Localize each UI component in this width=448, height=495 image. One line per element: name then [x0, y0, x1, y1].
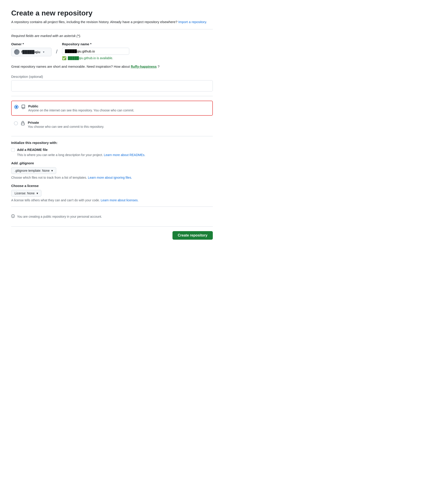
- repo-name-group: Repository name * ✅ █████qiu.github.io i…: [62, 42, 129, 60]
- visibility-private-option[interactable]: Private You choose who can see and commi…: [11, 117, 213, 132]
- repo-label: Repository name *: [62, 42, 129, 46]
- visibility-public-option[interactable]: Public Anyone on the internet can see th…: [11, 101, 213, 116]
- gitignore-dropdown[interactable]: .gitignore template: None ▾: [11, 167, 56, 174]
- readme-option: Add a README file: [11, 148, 213, 152]
- description-section: Description (optional): [11, 75, 213, 92]
- license-dropdown-label: License: None: [14, 192, 35, 195]
- suggestion-link[interactable]: fluffy-happiness: [131, 65, 157, 68]
- subtitle-text: A repository contains all project files,…: [11, 19, 213, 25]
- readme-checkbox[interactable]: [11, 148, 15, 152]
- availability-message: ✅ █████qiu.github.io is available.: [62, 56, 129, 60]
- info-icon: [11, 214, 15, 219]
- inspiration-text: Great repository names are short and mem…: [11, 64, 213, 69]
- readme-content: Add a README file: [17, 148, 48, 151]
- private-title: Private: [28, 121, 210, 124]
- license-learn-link[interactable]: Learn more about licenses.: [101, 198, 139, 202]
- gitignore-learn-link[interactable]: Learn more about ignoring files.: [88, 176, 132, 179]
- description-input[interactable]: [11, 80, 213, 92]
- owner-name: f█████iqiu: [21, 50, 40, 54]
- private-content: Private You choose who can see and commi…: [28, 121, 210, 128]
- lock-icon: [21, 121, 25, 127]
- license-section: Choose a license License: None ▾ A licen…: [11, 184, 213, 202]
- gitignore-hint: Choose which files not to track from a l…: [11, 176, 213, 179]
- radio-private[interactable]: [14, 121, 18, 125]
- slash-separator: /: [56, 48, 58, 55]
- create-repository-button[interactable]: Create repository: [172, 231, 213, 240]
- repo-name-input[interactable]: [62, 48, 129, 55]
- owner-repo-row: Owner * f█████iqiu ▾ / Repository name *…: [11, 42, 213, 60]
- divider-info: [11, 206, 213, 207]
- license-title: Choose a license: [11, 184, 213, 188]
- license-hint: A license tells others what they can and…: [11, 198, 213, 202]
- footer-section: Create repository: [11, 231, 213, 240]
- divider-visibility: [11, 96, 213, 96]
- divider-top: [11, 29, 213, 29]
- avatar-img: [14, 49, 19, 55]
- description-optional: (optional): [29, 75, 43, 79]
- import-link[interactable]: Import a repository.: [178, 20, 207, 24]
- radio-public[interactable]: [14, 105, 18, 109]
- repo-icon: [21, 105, 26, 110]
- visibility-section: Public Anyone on the internet can see th…: [11, 101, 213, 132]
- info-banner-text: You are creating a public repository in …: [17, 215, 102, 218]
- license-chevron-icon: ▾: [37, 192, 38, 195]
- initialize-section: Initialize this repository with: Add a R…: [11, 141, 213, 202]
- gitignore-chevron-icon: ▾: [51, 169, 53, 172]
- check-icon: ✅: [62, 56, 66, 60]
- readme-sublabel: This is where you can write a long descr…: [17, 153, 213, 157]
- page-title: Create a new repository: [11, 9, 213, 17]
- description-label: Description (optional): [11, 75, 213, 79]
- license-dropdown[interactable]: License: None ▾: [11, 190, 41, 197]
- initialize-title: Initialize this repository with:: [11, 141, 213, 145]
- readme-learn-link[interactable]: Learn more about READMEs.: [104, 153, 145, 157]
- chevron-down-icon: ▾: [43, 50, 44, 54]
- public-content: Public Anyone on the internet can see th…: [28, 104, 210, 112]
- info-banner: You are creating a public repository in …: [11, 211, 213, 222]
- public-desc: Anyone on the internet can see this repo…: [28, 109, 210, 112]
- divider-footer: [11, 226, 213, 227]
- owner-label: Owner *: [11, 42, 52, 46]
- avatar: [14, 49, 19, 55]
- gitignore-section: Add .gitignore .gitignore template: None…: [11, 161, 213, 179]
- owner-select[interactable]: f█████iqiu ▾: [11, 48, 52, 56]
- private-desc: You choose who can see and commit to thi…: [28, 125, 210, 128]
- gitignore-dropdown-label: .gitignore template: None: [14, 169, 50, 172]
- owner-group: Owner * f█████iqiu ▾: [11, 42, 52, 56]
- availability-text: █████qiu.github.io is available.: [68, 56, 113, 60]
- readme-label: Add a README file: [17, 148, 48, 151]
- divider-initialize: [11, 136, 213, 136]
- public-title: Public: [28, 104, 210, 108]
- gitignore-title: Add .gitignore: [11, 161, 213, 165]
- required-note: Required fields are marked with an aster…: [11, 34, 213, 38]
